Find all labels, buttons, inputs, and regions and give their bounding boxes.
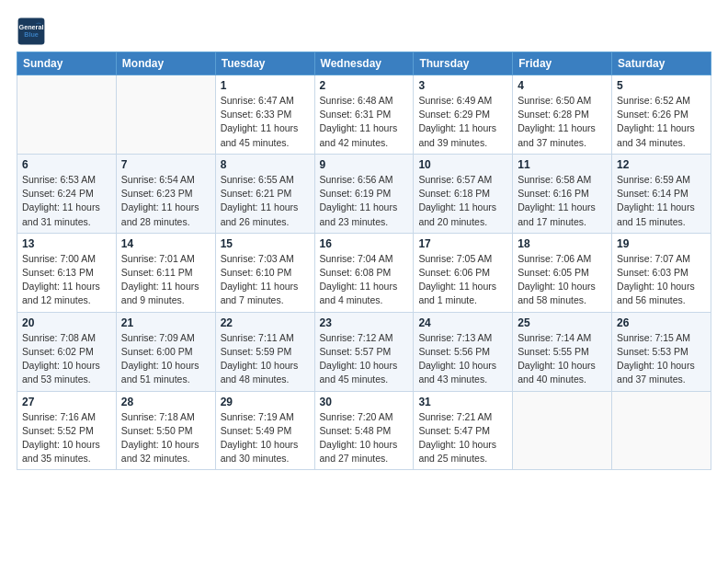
day-number: 11 <box>518 158 607 171</box>
day-detail: Sunrise: 7:12 AM Sunset: 5:57 PM Dayligh… <box>320 331 409 387</box>
day-detail: Sunrise: 7:20 AM Sunset: 5:48 PM Dayligh… <box>320 410 409 466</box>
day-cell: 10Sunrise: 6:57 AM Sunset: 6:18 PM Dayli… <box>414 154 513 233</box>
col-header-tuesday: Tuesday <box>215 52 314 75</box>
col-header-monday: Monday <box>116 52 215 75</box>
day-cell: 11Sunrise: 6:58 AM Sunset: 6:16 PM Dayli… <box>513 154 612 233</box>
day-detail: Sunrise: 7:16 AM Sunset: 5:52 PM Dayligh… <box>22 410 111 466</box>
day-number: 4 <box>518 79 607 92</box>
header-row: SundayMondayTuesdayWednesdayThursdayFrid… <box>17 52 711 75</box>
day-number: 1 <box>221 79 310 92</box>
calendar-header: SundayMondayTuesdayWednesdayThursdayFrid… <box>17 52 711 75</box>
day-detail: Sunrise: 6:55 AM Sunset: 6:21 PM Dayligh… <box>221 173 310 229</box>
day-cell: 3Sunrise: 6:49 AM Sunset: 6:29 PM Daylig… <box>414 75 513 155</box>
day-detail: Sunrise: 6:52 AM Sunset: 6:26 PM Dayligh… <box>617 94 706 150</box>
day-detail: Sunrise: 6:50 AM Sunset: 6:28 PM Dayligh… <box>518 94 607 150</box>
day-detail: Sunrise: 7:19 AM Sunset: 5:49 PM Dayligh… <box>221 410 310 466</box>
day-cell: 8Sunrise: 6:55 AM Sunset: 6:21 PM Daylig… <box>215 154 314 233</box>
day-number: 27 <box>22 396 111 408</box>
day-number: 20 <box>22 316 111 329</box>
day-detail: Sunrise: 7:13 AM Sunset: 5:56 PM Dayligh… <box>418 331 507 387</box>
logo-icon: General Blue <box>17 17 46 46</box>
day-number: 6 <box>22 158 111 171</box>
day-detail: Sunrise: 7:03 AM Sunset: 6:10 PM Dayligh… <box>221 252 310 308</box>
day-cell: 22Sunrise: 7:11 AM Sunset: 5:59 PM Dayli… <box>215 312 314 391</box>
day-cell: 4Sunrise: 6:50 AM Sunset: 6:28 PM Daylig… <box>513 75 612 155</box>
day-cell: 23Sunrise: 7:12 AM Sunset: 5:57 PM Dayli… <box>314 312 414 391</box>
week-row-2: 6Sunrise: 6:53 AM Sunset: 6:24 PM Daylig… <box>17 154 711 233</box>
day-number: 10 <box>418 158 507 171</box>
day-detail: Sunrise: 7:04 AM Sunset: 6:08 PM Dayligh… <box>320 252 409 308</box>
day-number: 17 <box>418 237 507 250</box>
day-detail: Sunrise: 6:48 AM Sunset: 6:31 PM Dayligh… <box>320 94 409 150</box>
day-number: 24 <box>418 316 507 329</box>
col-header-thursday: Thursday <box>414 52 513 75</box>
day-number: 9 <box>320 158 409 171</box>
day-number: 12 <box>617 158 706 171</box>
day-number: 16 <box>320 237 409 250</box>
calendar-table: SundayMondayTuesdayWednesdayThursdayFrid… <box>17 52 711 470</box>
day-cell: 13Sunrise: 7:00 AM Sunset: 6:13 PM Dayli… <box>17 233 117 312</box>
day-cell: 14Sunrise: 7:01 AM Sunset: 6:11 PM Dayli… <box>116 233 215 312</box>
day-cell: 6Sunrise: 6:53 AM Sunset: 6:24 PM Daylig… <box>17 154 117 233</box>
day-number: 21 <box>121 316 210 329</box>
day-number: 23 <box>320 316 409 329</box>
day-cell: 29Sunrise: 7:19 AM Sunset: 5:49 PM Dayli… <box>215 391 314 470</box>
day-detail: Sunrise: 6:56 AM Sunset: 6:19 PM Dayligh… <box>320 173 409 229</box>
day-cell: 31Sunrise: 7:21 AM Sunset: 5:47 PM Dayli… <box>414 391 513 470</box>
day-cell: 30Sunrise: 7:20 AM Sunset: 5:48 PM Dayli… <box>314 391 414 470</box>
day-detail: Sunrise: 6:57 AM Sunset: 6:18 PM Dayligh… <box>418 173 507 229</box>
day-number: 8 <box>221 158 310 171</box>
calendar-body: 1Sunrise: 6:47 AM Sunset: 6:33 PM Daylig… <box>17 75 711 470</box>
day-cell: 28Sunrise: 7:18 AM Sunset: 5:50 PM Dayli… <box>116 391 215 470</box>
day-cell <box>513 391 612 470</box>
day-detail: Sunrise: 6:59 AM Sunset: 6:14 PM Dayligh… <box>617 173 706 229</box>
day-cell: 25Sunrise: 7:14 AM Sunset: 5:55 PM Dayli… <box>513 312 612 391</box>
day-number: 26 <box>617 316 706 329</box>
day-number: 3 <box>418 79 507 92</box>
day-detail: Sunrise: 6:54 AM Sunset: 6:23 PM Dayligh… <box>121 173 210 229</box>
day-number: 31 <box>418 396 507 408</box>
day-detail: Sunrise: 7:21 AM Sunset: 5:47 PM Dayligh… <box>418 410 507 466</box>
day-number: 25 <box>518 316 607 329</box>
day-cell: 2Sunrise: 6:48 AM Sunset: 6:31 PM Daylig… <box>314 75 414 155</box>
day-detail: Sunrise: 7:18 AM Sunset: 5:50 PM Dayligh… <box>121 410 210 466</box>
col-header-wednesday: Wednesday <box>314 52 414 75</box>
day-cell: 12Sunrise: 6:59 AM Sunset: 6:14 PM Dayli… <box>612 154 711 233</box>
day-number: 2 <box>320 79 409 92</box>
day-detail: Sunrise: 7:09 AM Sunset: 6:00 PM Dayligh… <box>121 331 210 387</box>
header: General Blue <box>17 17 711 46</box>
day-detail: Sunrise: 6:58 AM Sunset: 6:16 PM Dayligh… <box>518 173 607 229</box>
day-detail: Sunrise: 6:53 AM Sunset: 6:24 PM Dayligh… <box>22 173 111 229</box>
day-cell <box>612 391 711 470</box>
day-cell: 1Sunrise: 6:47 AM Sunset: 6:33 PM Daylig… <box>215 75 314 155</box>
day-detail: Sunrise: 6:47 AM Sunset: 6:33 PM Dayligh… <box>221 94 310 150</box>
week-row-4: 20Sunrise: 7:08 AM Sunset: 6:02 PM Dayli… <box>17 312 711 391</box>
week-row-3: 13Sunrise: 7:00 AM Sunset: 6:13 PM Dayli… <box>17 233 711 312</box>
day-cell: 7Sunrise: 6:54 AM Sunset: 6:23 PM Daylig… <box>116 154 215 233</box>
day-cell: 27Sunrise: 7:16 AM Sunset: 5:52 PM Dayli… <box>17 391 117 470</box>
col-header-saturday: Saturday <box>612 52 711 75</box>
day-detail: Sunrise: 7:01 AM Sunset: 6:11 PM Dayligh… <box>121 252 210 308</box>
svg-text:Blue: Blue <box>24 30 39 39</box>
day-cell: 20Sunrise: 7:08 AM Sunset: 6:02 PM Dayli… <box>17 312 117 391</box>
day-number: 18 <box>518 237 607 250</box>
week-row-1: 1Sunrise: 6:47 AM Sunset: 6:33 PM Daylig… <box>17 75 711 155</box>
day-cell: 21Sunrise: 7:09 AM Sunset: 6:00 PM Dayli… <box>116 312 215 391</box>
day-number: 14 <box>121 237 210 250</box>
week-row-5: 27Sunrise: 7:16 AM Sunset: 5:52 PM Dayli… <box>17 391 711 470</box>
day-detail: Sunrise: 7:14 AM Sunset: 5:55 PM Dayligh… <box>518 331 607 387</box>
day-number: 7 <box>121 158 210 171</box>
day-cell: 5Sunrise: 6:52 AM Sunset: 6:26 PM Daylig… <box>612 75 711 155</box>
day-number: 29 <box>221 396 310 408</box>
page-container: General Blue SundayMondayTuesdayWednesda… <box>0 0 728 479</box>
day-number: 13 <box>22 237 111 250</box>
day-cell <box>17 75 117 155</box>
day-detail: Sunrise: 7:11 AM Sunset: 5:59 PM Dayligh… <box>221 331 310 387</box>
col-header-friday: Friday <box>513 52 612 75</box>
day-detail: Sunrise: 7:05 AM Sunset: 6:06 PM Dayligh… <box>418 252 507 308</box>
day-cell: 16Sunrise: 7:04 AM Sunset: 6:08 PM Dayli… <box>314 233 414 312</box>
day-number: 22 <box>221 316 310 329</box>
day-detail: Sunrise: 7:00 AM Sunset: 6:13 PM Dayligh… <box>22 252 111 308</box>
day-detail: Sunrise: 7:06 AM Sunset: 6:05 PM Dayligh… <box>518 252 607 308</box>
day-cell: 18Sunrise: 7:06 AM Sunset: 6:05 PM Dayli… <box>513 233 612 312</box>
